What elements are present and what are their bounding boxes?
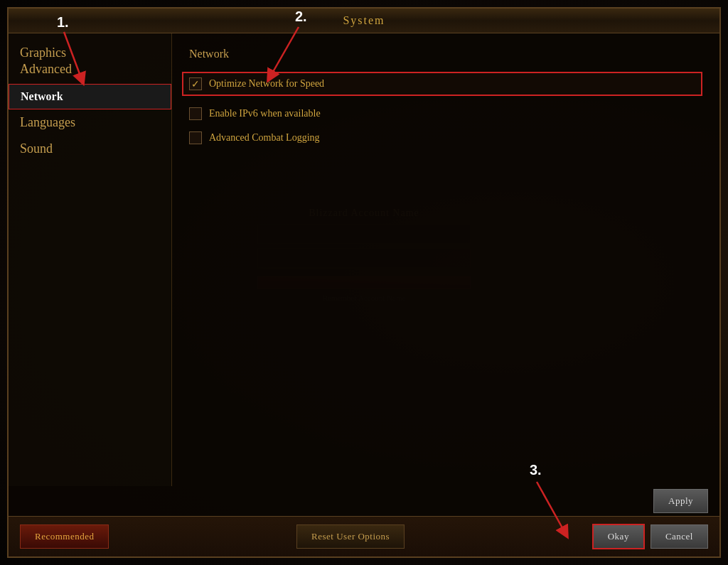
checkbox-ipv6[interactable]: Enable IPv6 when available (189, 107, 702, 120)
cancel-button[interactable]: Cancel (651, 524, 708, 549)
bottom-left: Recommended (20, 524, 109, 549)
recommended-button[interactable]: Recommended (20, 524, 109, 549)
sidebar-item-network[interactable]: Network (9, 84, 171, 109)
bottom-center: Reset User Options (296, 524, 405, 549)
apply-row: Apply (9, 486, 719, 516)
checkbox-ipv6-box[interactable] (189, 107, 202, 120)
sidebar-item-languages[interactable]: Languages (9, 109, 171, 136)
checkbox-optimize-network-label: Optimize Network for Speed (209, 78, 324, 90)
checkbox-optimize-network[interactable]: ✓ Optimize Network for Speed (182, 72, 702, 96)
reset-button[interactable]: Reset User Options (296, 524, 405, 549)
sidebar-item-graphics-advanced[interactable]: GraphicsAdvanced (9, 39, 171, 84)
checkbox-ipv6-label: Enable IPv6 when available (209, 108, 321, 119)
title-bar: System (9, 9, 719, 33)
apply-button[interactable]: Apply (653, 489, 708, 513)
bottom-bar: Recommended Reset User Options Okay Canc… (9, 516, 719, 556)
dialog-content: GraphicsAdvanced Network Languages Sound… (9, 33, 719, 486)
checkbox-combat-logging-label: Advanced Combat Logging (209, 132, 320, 144)
dialog-title: System (343, 14, 385, 26)
bottom-right: Okay Cancel (592, 524, 708, 549)
system-dialog: System GraphicsAdvanced Network Language… (7, 7, 721, 558)
okay-button[interactable]: Okay (592, 524, 645, 549)
checkbox-combat-logging[interactable]: Advanced Combat Logging (189, 131, 702, 144)
checkbox-optimize-network-box[interactable]: ✓ (189, 77, 202, 90)
checkbox-combat-logging-box[interactable] (189, 131, 202, 144)
panel-title: Network (189, 48, 702, 60)
sidebar-item-sound[interactable]: Sound (9, 136, 171, 162)
main-panel: Network ✓ Optimize Network for Speed Ena… (172, 33, 719, 486)
sidebar: GraphicsAdvanced Network Languages Sound (9, 33, 172, 486)
